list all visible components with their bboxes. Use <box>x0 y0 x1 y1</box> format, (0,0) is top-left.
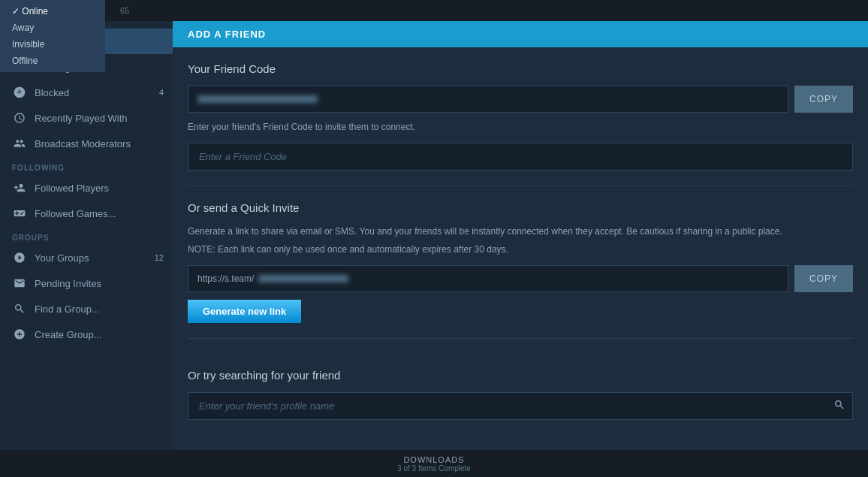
blocked-badge: 4 <box>159 88 164 97</box>
clock-icon <box>12 110 27 125</box>
sidebar-label-find-group: Find a Group... <box>35 303 100 315</box>
sidebar-label-broadcast-moderators: Broadcast Moderators <box>35 138 131 149</box>
sidebar: Add a Friend Pending Invites Blocked 4 R… <box>0 21 173 450</box>
friend-code-title: Your Friend Code <box>188 62 853 75</box>
invite-link-prefix: https://s.team/ <box>197 273 254 284</box>
block-icon <box>12 85 27 100</box>
status-invisible[interactable]: Invisible <box>0 36 105 53</box>
friend-code-display <box>188 86 788 113</box>
sidebar-item-followed-players[interactable]: Followed Players <box>0 175 173 201</box>
friend-code-helper: Enter your friend's Friend Code to invit… <box>188 122 853 132</box>
search-section: Or try searching for your friend <box>188 369 853 420</box>
sidebar-label-recently-played: Recently Played With <box>35 113 128 124</box>
sidebar-label-your-groups: Your Groups <box>35 252 89 264</box>
search-friend-button[interactable] <box>833 399 845 414</box>
sidebar-item-followed-games[interactable]: Followed Games... <box>0 201 173 226</box>
status-away[interactable]: Away <box>0 20 105 36</box>
friend-code-row: COPY <box>188 86 853 113</box>
sidebar-label-pending-group-invites: Pending Invites <box>35 278 101 289</box>
following-section-label: FOLLOWING <box>0 156 173 175</box>
sidebar-label-create-group: Create Group... <box>35 329 102 340</box>
content-header: ADD A FRIEND <box>173 21 868 47</box>
downloads-label: DOWNLOADS <box>403 455 464 464</box>
quick-invite-section: Or send a Quick Invite Generate a link t… <box>188 201 853 323</box>
bottom-bar: DOWNLOADS 3 of 3 Items Complete <box>0 450 868 477</box>
quick-invite-note: NOTE: Each link can only be used once an… <box>188 244 853 255</box>
search-icon <box>12 301 27 316</box>
invite-link-display: https://s.team/ <box>188 265 788 292</box>
copy-invite-link-button[interactable]: COPY <box>794 265 853 292</box>
search-friend-input[interactable] <box>188 392 853 420</box>
quick-invite-title: Or send a Quick Invite <box>188 201 853 214</box>
blurred-code <box>197 95 318 103</box>
sidebar-label-blocked: Blocked <box>35 87 69 98</box>
status-online[interactable]: Online <box>0 3 105 20</box>
sidebar-item-broadcast-moderators[interactable]: Broadcast Moderators <box>0 131 173 156</box>
blurred-invite-link <box>258 275 348 282</box>
section-divider-2 <box>188 338 853 339</box>
downloads-status: 3 of 3 Items Complete <box>397 464 471 472</box>
quick-invite-description: Generate a link to share via email or SM… <box>188 225 853 238</box>
group-mail-icon <box>12 276 27 291</box>
sidebar-item-pending-group-invites[interactable]: Pending Invites <box>0 270 173 296</box>
friends-badge: 65 <box>120 6 129 15</box>
friend-code-input[interactable] <box>188 143 853 171</box>
person-group-icon <box>12 136 27 151</box>
controller-icon <box>12 206 27 221</box>
sidebar-item-find-group[interactable]: Find a Group... <box>0 296 173 322</box>
sidebar-item-blocked[interactable]: Blocked 4 <box>0 80 173 105</box>
copy-friend-code-button[interactable]: COPY <box>794 86 853 113</box>
person-follow-icon <box>12 180 27 195</box>
groups-section-label: GROUPS <box>0 226 173 245</box>
sidebar-label-followed-games: Followed Games... <box>35 208 116 219</box>
top-bar: Online Away Invisible Offline 65 <box>0 0 868 21</box>
group-icon <box>12 250 27 265</box>
sidebar-item-create-group[interactable]: Create Group... <box>0 322 173 347</box>
content-area: ADD A FRIEND Your Friend Code COPY Enter… <box>173 21 868 450</box>
sidebar-label-followed-players: Followed Players <box>35 183 109 194</box>
main-layout: Add a Friend Pending Invites Blocked 4 R… <box>0 21 868 450</box>
sidebar-item-your-groups[interactable]: Your Groups 12 <box>0 245 173 270</box>
search-row <box>188 392 853 420</box>
invite-link-row: https://s.team/ COPY <box>188 265 853 292</box>
section-divider-1 <box>188 186 853 186</box>
downloads-info: DOWNLOADS 3 of 3 Items Complete <box>397 455 471 472</box>
groups-badge: 12 <box>155 253 164 262</box>
status-menu[interactable]: Online Away Invisible Offline <box>0 0 105 72</box>
plus-circle-icon <box>12 327 27 342</box>
status-offline[interactable]: Offline <box>0 53 105 69</box>
search-friend-title: Or try searching for your friend <box>188 369 853 382</box>
generate-new-link-button[interactable]: Generate new link <box>188 300 301 323</box>
sidebar-item-recently-played[interactable]: Recently Played With <box>0 105 173 131</box>
content-body: Your Friend Code COPY Enter your friend'… <box>173 47 868 435</box>
friend-code-section: Your Friend Code COPY Enter your friend'… <box>188 62 853 171</box>
